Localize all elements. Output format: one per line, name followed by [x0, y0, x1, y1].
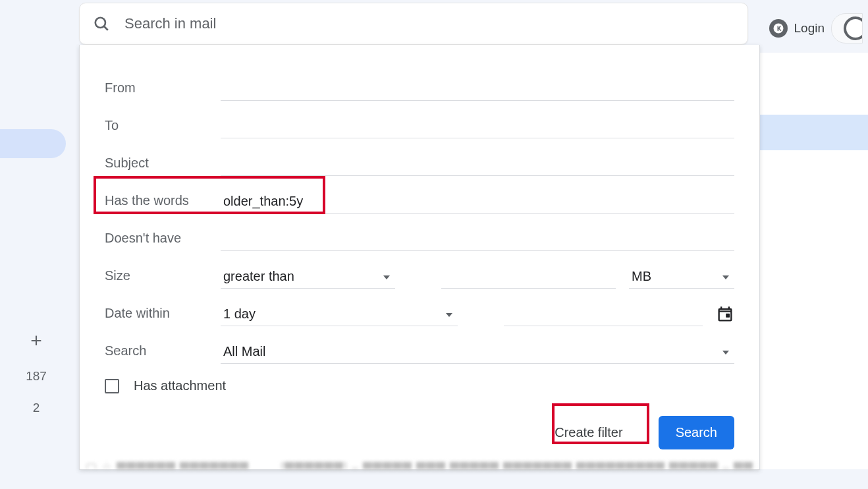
mail-row-blur: ▢ ☆ ▇▇▇▇▇▇ ▇▇▇▇▇▇▇ [▇▇▇▇▇▇] – ▇▇▇▇▇ ▇▇▇ …: [86, 460, 757, 469]
mail-list-selected-row: [760, 115, 868, 150]
svg-line-1: [104, 26, 108, 30]
calendar-icon[interactable]: [716, 305, 734, 324]
chevron-down-icon: [446, 313, 452, 317]
chevron-down-icon: [722, 351, 729, 355]
from-input[interactable]: [221, 78, 734, 101]
advanced-search-panel: From To Subject Has the words older_than…: [79, 45, 760, 470]
extension-badge-icon[interactable]: [769, 19, 788, 38]
right-pill[interactable]: [831, 13, 863, 43]
subject-label: Subject: [105, 156, 207, 176]
svg-point-0: [95, 18, 105, 28]
size-unit-select[interactable]: MB: [629, 266, 734, 289]
sidebar-count-2: 2: [33, 401, 40, 415]
search-placeholder: Search in mail: [124, 15, 216, 32]
sidebar-count-1: 187: [26, 369, 47, 384]
size-unit-value: MB: [632, 269, 651, 284]
has-attachment-checkbox[interactable]: [105, 379, 119, 393]
date-range-value: 1 day: [223, 306, 256, 322]
svg-rect-2: [726, 314, 730, 318]
sidebar-bottom: + 187 2: [0, 330, 72, 415]
haswords-value: older_than:5y: [223, 194, 303, 209]
search-scope-label: Search: [105, 343, 207, 364]
size-label: Size: [105, 268, 207, 289]
from-label: From: [105, 80, 207, 101]
has-attachment-label: Has attachment: [134, 378, 226, 393]
size-op-value: greater than: [223, 269, 294, 284]
search-scope-value: All Mail: [223, 344, 265, 359]
circle-icon: [844, 16, 863, 40]
haswords-label: Has the words: [105, 193, 207, 214]
sidebar-selected-pill: [0, 129, 66, 158]
size-value-input[interactable]: [441, 266, 616, 289]
chevron-down-icon: [383, 275, 390, 279]
create-filter-button[interactable]: Create filter: [537, 416, 639, 449]
search-button[interactable]: Search: [659, 416, 734, 449]
size-op-select[interactable]: greater than: [221, 266, 395, 289]
date-label: Date within: [105, 306, 207, 326]
nothave-input[interactable]: [221, 229, 734, 251]
chevron-down-icon: [722, 275, 729, 279]
date-range-select[interactable]: 1 day: [221, 304, 458, 326]
login-link[interactable]: Login: [794, 21, 825, 36]
nothave-label: Doesn't have: [105, 231, 207, 251]
search-scope-select[interactable]: All Mail: [221, 341, 734, 364]
to-label: To: [105, 118, 207, 138]
to-input[interactable]: [221, 116, 734, 138]
subject-input[interactable]: [221, 154, 734, 176]
date-value-input[interactable]: [504, 304, 703, 326]
haswords-input[interactable]: older_than:5y: [221, 191, 734, 214]
plus-icon[interactable]: +: [30, 330, 42, 352]
search-bar[interactable]: Search in mail: [79, 3, 748, 45]
search-icon: [93, 15, 110, 32]
